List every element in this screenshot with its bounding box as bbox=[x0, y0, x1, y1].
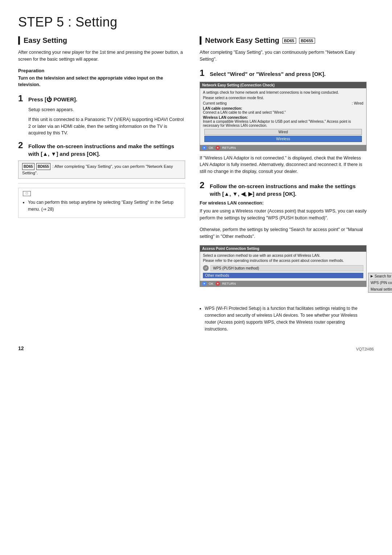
screen-bottom-bar: ● OK ● RETURN bbox=[200, 145, 366, 151]
access-ok-icon: ● bbox=[202, 281, 207, 286]
wps-note-list: WPS (Wi-Fi Protected Setup) is a functio… bbox=[205, 305, 367, 333]
submenu-item3: Manual setting bbox=[368, 286, 392, 292]
step1-sub2: If this unit is connected to a Panasonic… bbox=[28, 116, 185, 137]
preparation-bold-text: Turn on the television and select the ap… bbox=[18, 75, 185, 89]
right-column: Network Easy Setting BD65 BD655 After co… bbox=[200, 36, 367, 335]
left-column: Easy Setting After connecting your new p… bbox=[18, 36, 185, 335]
note-list: You can perform this setup anytime by se… bbox=[28, 199, 180, 213]
current-setting-row: Current setting : Wired bbox=[203, 101, 363, 105]
right-step1-instruction: Select "Wired" or "Wireless" and press [… bbox=[210, 70, 326, 78]
lan-cable-text: Connect a LAN cable to the unit and sele… bbox=[203, 110, 363, 114]
ok-label: OK bbox=[209, 146, 213, 150]
network-screen-content: A settings check for home network and In… bbox=[200, 88, 366, 145]
note-icon: □ bbox=[23, 191, 31, 196]
model-badge-bd65: BD65 bbox=[282, 38, 296, 44]
wps-button: WPS (PUSH button method) bbox=[211, 265, 363, 271]
access-desc2: Please refer to the operating instructio… bbox=[203, 259, 363, 263]
right-step1-header: 1 Select "Wired" or "Wireless" and press… bbox=[200, 68, 367, 78]
current-setting-label: Current setting bbox=[203, 101, 227, 105]
step1-number: 1 bbox=[18, 93, 25, 104]
model-badge-bd655: BD655 bbox=[299, 38, 315, 44]
submenu-arrow1: ▶ bbox=[371, 274, 373, 278]
current-setting-value: : Wired bbox=[352, 101, 363, 105]
step2-header: 2 Follow the on-screen instructions and … bbox=[18, 140, 185, 158]
for-wireless-title: For wireless LAN connection: bbox=[200, 200, 367, 206]
wps-icon: ↺ bbox=[203, 265, 209, 271]
page-footer: 12 VQT2H86 bbox=[18, 345, 374, 351]
wireless-label: Wireless LAN connection: bbox=[203, 116, 363, 119]
access-screen-content: Select a connection method to use with a… bbox=[200, 252, 366, 281]
access-desc1: Select a connection method to use with a… bbox=[203, 254, 363, 258]
right-step1-number: 1 bbox=[200, 68, 207, 78]
ok-circle-icon: ● bbox=[202, 146, 207, 150]
other-methods-button: Other methods bbox=[203, 273, 363, 278]
return-label: RETURN bbox=[222, 146, 236, 150]
step1-sub1: Setup screen appears. bbox=[28, 106, 185, 113]
access-screen-wrapper: Access Point Connection Setting Select a… bbox=[200, 245, 367, 287]
right-step2-instruction: Follow the on-screen instructions and ma… bbox=[210, 182, 367, 198]
note-box: □ You can perform this setup anytime by … bbox=[18, 188, 185, 218]
access-return-label: RETURN bbox=[222, 282, 236, 285]
for-wireless-text2: Otherwise, perform the settings by selec… bbox=[200, 226, 367, 240]
model-note-box: BD65 BD655 : After completing "Easy Sett… bbox=[18, 161, 185, 179]
lan-cable-label: LAN cable connection: bbox=[203, 106, 363, 110]
submenu-box: ▶ Search for access point WPS (PIN code … bbox=[368, 273, 392, 293]
for-wireless-section: For wireless LAN connection: If you are … bbox=[200, 200, 367, 240]
easy-setting-intro: After connecting your new player for the… bbox=[18, 49, 185, 63]
access-return-icon: ● bbox=[216, 281, 220, 286]
access-ok-label: OK bbox=[209, 282, 213, 285]
page-number: 12 bbox=[18, 345, 24, 351]
for-wireless-text1: If you are using a Wireless router (Acce… bbox=[200, 208, 367, 222]
step1-instruction: Press [⏻ POWER]. bbox=[28, 96, 77, 103]
network-screen-title: Network Easy Setting (Connection Check) bbox=[200, 82, 366, 88]
preparation-title: Preparation bbox=[18, 68, 185, 73]
wired-button: Wired bbox=[204, 129, 362, 135]
network-intro: After completing "Easy Setting", you can… bbox=[200, 49, 367, 63]
wps-row: ↺ WPS (PUSH button method) bbox=[203, 264, 363, 272]
wireless-text: Insert a compatible Wireless LAN Adaptor… bbox=[203, 119, 363, 127]
access-screen: Access Point Connection Setting Select a… bbox=[200, 245, 367, 287]
wireless-warning: If "Wireless LAN Adaptor is not connecte… bbox=[200, 155, 367, 175]
return-circle-icon: ● bbox=[216, 146, 220, 150]
right-step2-header: 2 Follow the on-screen instructions and … bbox=[200, 180, 367, 198]
easy-setting-title: Easy Setting bbox=[18, 36, 185, 45]
submenu-item2: WPS (PIN code method) bbox=[368, 280, 392, 286]
network-screen-select: Please select a connection mode first. bbox=[203, 96, 363, 100]
wps-note-bullet: WPS (Wi-Fi Protected Setup) is a functio… bbox=[205, 305, 367, 333]
right-step2-number: 2 bbox=[200, 180, 207, 190]
network-screen-desc: A settings check for home network and In… bbox=[203, 90, 363, 94]
divider bbox=[18, 183, 185, 183]
access-screen-title: Access Point Connection Setting bbox=[200, 246, 366, 252]
submenu-item1: ▶ Search for access point bbox=[368, 273, 392, 280]
preparation-section: Preparation Turn on the television and s… bbox=[18, 68, 185, 89]
network-screen: Network Easy Setting (Connection Check) … bbox=[200, 82, 367, 151]
step2-number: 2 bbox=[18, 140, 25, 150]
model-tag-bd655: BD655 bbox=[36, 163, 50, 170]
doc-code: VQT2H86 bbox=[356, 347, 374, 351]
step2-instruction: Follow the on-screen instructions and ma… bbox=[28, 142, 185, 158]
access-screen-bottom: ● OK ● RETURN bbox=[200, 281, 366, 287]
step1-header: 1 Press [⏻ POWER]. bbox=[18, 93, 185, 104]
network-easy-setting-title: Network Easy Setting BD65 BD655 bbox=[200, 36, 367, 45]
wireless-button: Wireless bbox=[204, 136, 362, 142]
page-title: STEP 5 : Setting bbox=[18, 15, 374, 30]
note-bullet: You can perform this setup anytime by se… bbox=[28, 199, 180, 213]
model-tag-bd65: BD65 bbox=[22, 163, 34, 170]
